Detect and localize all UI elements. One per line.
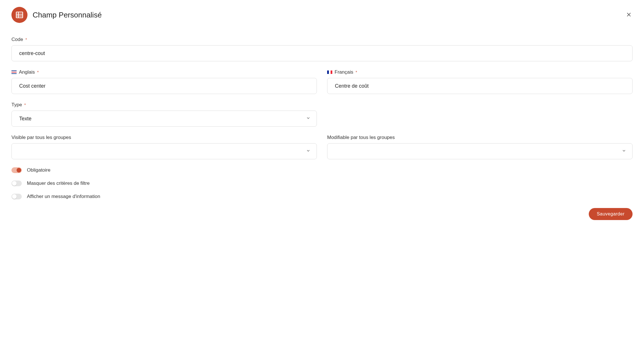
english-input[interactable] [11,78,317,94]
save-button[interactable]: Sauvegarder [589,208,633,220]
code-label-text: Code [11,37,23,42]
page-title: Champ Personnalisé [33,11,102,19]
hide-filter-toggle[interactable] [11,181,22,186]
french-input[interactable] [327,78,633,94]
table-icon [11,7,27,23]
type-label-text: Type [11,102,22,108]
type-select[interactable]: Texte [11,111,317,127]
dialog-header: Champ Personnalisé [11,7,633,23]
mandatory-toggle[interactable] [11,167,22,173]
required-marker: * [25,37,27,42]
fr-flag-icon [327,70,332,74]
header-left: Champ Personnalisé [11,7,102,23]
code-label: Code * [11,37,633,42]
show-info-toggle-row: Afficher un message d'information [11,194,633,199]
close-button[interactable] [625,11,633,19]
required-marker: * [355,70,357,74]
visible-groups-label-text: Visible par tous les groupes [11,135,71,140]
french-label-text: Français [335,69,353,75]
show-info-toggle-label: Afficher un message d'information [27,194,100,199]
close-icon [626,12,632,18]
editable-groups-label: Modifiable par tous les groupes [327,135,633,140]
visible-groups-label: Visible par tous les groupes [11,135,317,140]
hide-filter-toggle-label: Masquer des critères de filtre [27,181,90,186]
english-label: Anglais * [11,69,317,75]
mandatory-toggle-row: Obligatoire [11,167,633,173]
uk-flag-icon [11,70,17,74]
code-input[interactable] [11,45,633,61]
required-marker: * [37,70,39,74]
hide-filter-toggle-row: Masquer des critères de filtre [11,181,633,186]
editable-groups-label-text: Modifiable par tous les groupes [327,135,395,140]
english-label-text: Anglais [19,69,35,75]
type-selected-value: Texte [19,116,31,122]
visible-groups-select[interactable] [11,143,317,159]
editable-groups-select[interactable] [327,143,633,159]
type-label: Type * [11,102,317,108]
required-marker: * [24,103,26,107]
svg-rect-0 [16,12,23,18]
show-info-toggle[interactable] [11,194,22,199]
mandatory-toggle-label: Obligatoire [27,167,50,173]
french-label: Français * [327,69,633,75]
dialog-footer: Sauvegarder [11,208,633,220]
